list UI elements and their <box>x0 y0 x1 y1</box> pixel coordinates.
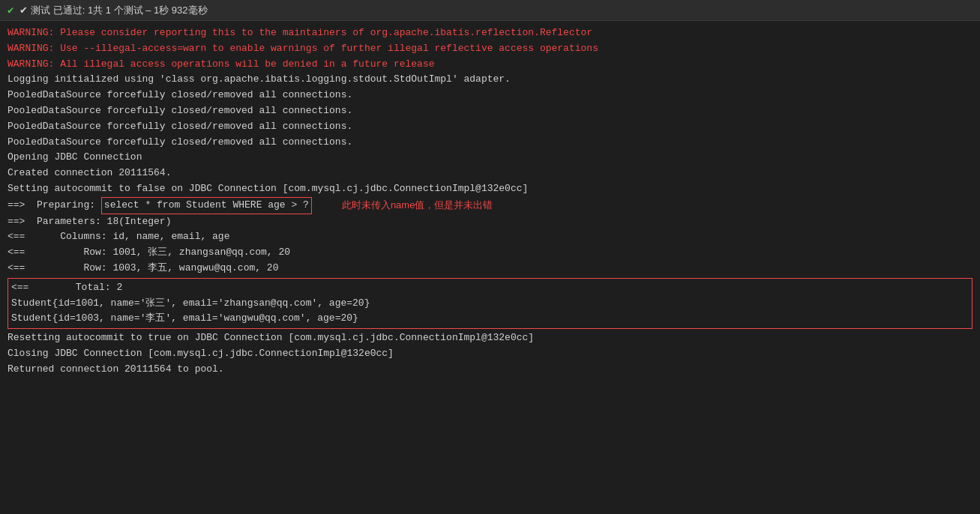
console-line: PooledDataSource forcefully closed/remov… <box>7 88 973 103</box>
console-line: PooledDataSource forcefully closed/remov… <box>7 103 973 119</box>
console-line: PooledDataSource forcefully closed/remov… <box>7 135 973 151</box>
console-line: WARNING: Use --illegal-access=warn to en… <box>7 41 973 57</box>
console-area: WARNING: Please consider reporting this … <box>0 21 980 382</box>
console-line: WARNING: All illegal access operations w… <box>7 57 973 73</box>
preparing-prefix: ==> Preparing: <box>7 198 101 214</box>
result-row-2: Student{id=1003, name='李五', email='wangw… <box>8 311 972 327</box>
console-line: Logging initialized using 'class org.apa… <box>7 72 973 88</box>
console-line: Created connection 20111564. <box>7 166 973 181</box>
console-line: <== Columns: id, name, email, age <box>7 229 973 245</box>
sql-highlighted: select * from Student WHERE age > ? <box>101 197 312 214</box>
console-line: <== Total: 2 <box>8 280 972 296</box>
console-line: <== Row: 1003, 李五, wangwu@qq.com, 20 <box>7 261 973 276</box>
preparing-line: ==> Preparing: select * from Student WHE… <box>7 197 973 214</box>
console-line: Closing JDBC Connection [com.mysql.cj.jd… <box>7 346 973 362</box>
annotation-text: 此时未传入name值，但是并未出错 <box>342 198 493 214</box>
result-row-1: Student{id=1001, name='张三', email='zhang… <box>8 296 972 312</box>
status-text: ✔ 测试 已通过: 1共 1 个测试 – 1秒 932毫秒 <box>19 4 207 17</box>
console-line: ==> Parameters: 18(Integer) <box>7 214 973 230</box>
result-block: <== Total: 2 Student{id=1001, name='张三',… <box>7 278 973 329</box>
console-line: Opening JDBC Connection <box>7 150 973 166</box>
console-line: Resetting autocommit to true on JDBC Con… <box>7 330 973 346</box>
console-line: PooledDataSource forcefully closed/remov… <box>7 119 973 135</box>
console-line: Returned connection 20111564 to pool. <box>7 362 973 378</box>
check-icon: ✔ <box>7 4 13 16</box>
console-line: WARNING: Please consider reporting this … <box>7 25 973 41</box>
console-line: <== Row: 1001, 张三, zhangsan@qq.com, 20 <box>7 245 973 261</box>
top-bar: ✔ ✔ 测试 已通过: 1共 1 个测试 – 1秒 932毫秒 <box>0 0 980 21</box>
console-line: Setting autocommit to false on JDBC Conn… <box>7 181 973 197</box>
